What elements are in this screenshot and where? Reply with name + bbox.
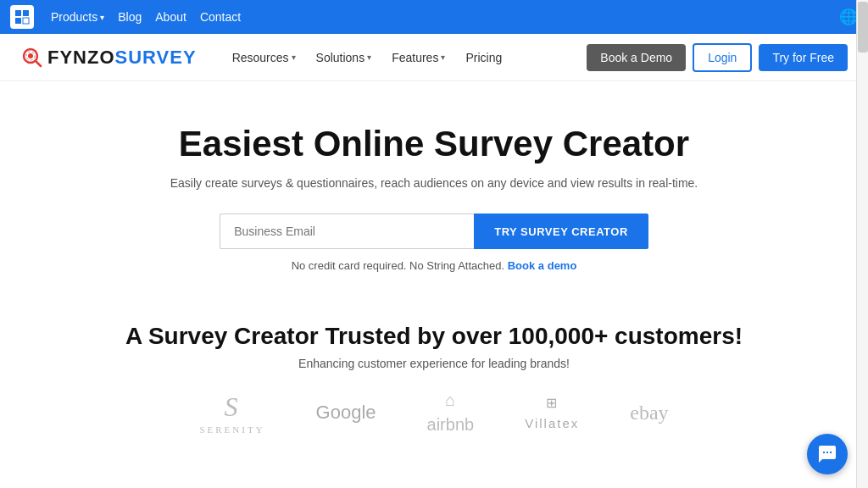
language-globe-button[interactable]: 🌐 [839, 8, 858, 26]
chevron-down-icon: ▾ [367, 53, 371, 62]
brand-logo[interactable]: FYNZOSURVEY [20, 46, 197, 69]
nav-pricing[interactable]: Pricing [457, 44, 510, 71]
villatex-logo: ⊞ Villatex [525, 395, 579, 430]
no-credit-text: No credit card required. No String Attac… [17, 259, 851, 272]
hero-section: Easiest Online Survey Creator Easily cre… [0, 81, 868, 297]
svg-rect-0 [15, 10, 21, 16]
chevron-down-icon: ▾ [100, 13, 104, 22]
brand-name: FYNZOSURVEY [47, 47, 197, 69]
trust-subtext: Enhancing customer experience for leadin… [17, 357, 851, 370]
google-logo: Google [316, 402, 376, 424]
logo-svg [14, 8, 31, 25]
nav-solutions[interactable]: Solutions ▾ [308, 44, 381, 71]
cta-row: TRY SURVEY CREATOR [17, 214, 851, 249]
scrollbar-thumb[interactable] [858, 2, 868, 53]
top-bar: Products ▾ Blog About Contact 🌐 [0, 0, 868, 34]
chevron-down-icon: ▾ [441, 53, 445, 62]
try-free-button[interactable]: Try for Free [759, 44, 848, 71]
top-nav-blog[interactable]: Blog [118, 10, 142, 24]
main-nav: FYNZOSURVEY Resources ▾ Solutions ▾ Feat… [0, 34, 868, 81]
app-logo-icon [10, 5, 34, 29]
login-button[interactable]: Login [693, 43, 752, 72]
airbnb-logo: ⌂ airbnb [427, 391, 475, 435]
top-nav-about[interactable]: About [155, 10, 186, 24]
svg-point-5 [28, 53, 33, 58]
top-nav-products[interactable]: Products ▾ [51, 10, 104, 24]
brand-icon [20, 46, 44, 69]
serenity-logo: S SERENITY [199, 391, 264, 435]
try-survey-button[interactable]: TRY SURVEY CREATOR [474, 214, 648, 249]
svg-rect-1 [23, 10, 29, 16]
airbnb-icon: ⌂ [445, 391, 455, 410]
hero-subtext: Easily create surveys & questionnaires, … [17, 176, 851, 190]
svg-rect-2 [15, 18, 21, 24]
trust-section: A Survey Creator Trusted by over 100,000… [0, 297, 868, 452]
trust-headline: A Survey Creator Trusted by over 100,000… [17, 323, 851, 350]
email-input[interactable] [220, 214, 474, 249]
nav-resources[interactable]: Resources ▾ [224, 44, 304, 71]
main-nav-links: Resources ▾ Solutions ▾ Features ▾ Prici… [224, 44, 587, 71]
nav-features[interactable]: Features ▾ [383, 44, 453, 71]
top-nav: Products ▾ Blog About Contact [51, 10, 241, 24]
book-demo-link[interactable]: Book a demo [508, 259, 577, 272]
hero-headline: Easiest Online Survey Creator [17, 124, 851, 164]
top-nav-contact[interactable]: Contact [200, 10, 241, 24]
brand-logo-svg [20, 46, 44, 69]
book-demo-button[interactable]: Book a Demo [587, 44, 686, 71]
nav-actions: Book a Demo Login Try for Free [587, 43, 848, 72]
chat-icon [817, 444, 837, 464]
scrollbar[interactable] [856, 0, 868, 488]
svg-rect-3 [23, 18, 29, 24]
chevron-down-icon: ▾ [292, 53, 296, 62]
ebay-logo: ebay [630, 402, 668, 424]
villatex-icon: ⊞ [546, 395, 559, 411]
chat-button[interactable] [807, 434, 848, 474]
svg-line-6 [36, 61, 41, 66]
brand-logos: S SERENITY Google ⌂ airbnb ⊞ Villatex eb… [17, 391, 851, 435]
